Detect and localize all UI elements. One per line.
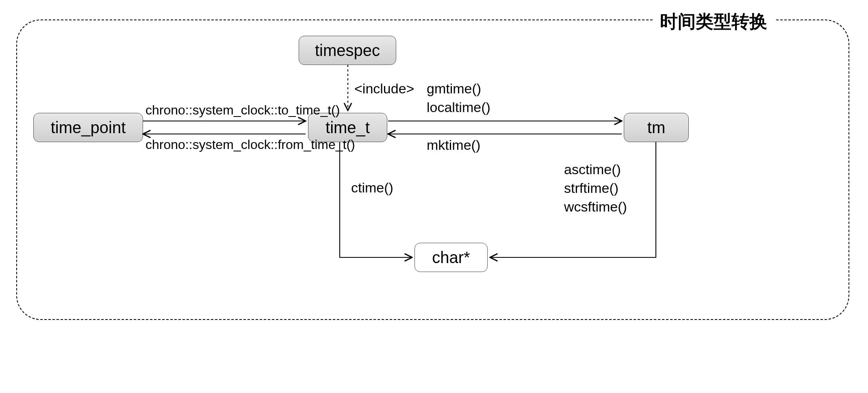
label-ctime: ctime() — [351, 179, 393, 197]
node-time-point: time_point — [33, 113, 143, 142]
container-title: 时间类型转换 — [653, 8, 775, 35]
label-mktime: mktime() — [427, 136, 480, 155]
node-charptr: char* — [414, 243, 488, 272]
node-timespec: timespec — [299, 36, 396, 65]
label-asctime: asctime() — [564, 162, 621, 177]
diagram-canvas: 时间类型转换 timespec time_point time_t tm cha… — [0, 0, 868, 393]
label-strftime: strftime() — [564, 180, 618, 196]
node-tm-label: tm — [647, 119, 665, 137]
node-charptr-label: char* — [432, 248, 470, 267]
label-localtime: localtime() — [427, 99, 490, 115]
label-to-time-t: chrono::system_clock::to_time_t() — [145, 101, 340, 119]
label-include: <include> — [354, 80, 414, 98]
container-box — [16, 19, 849, 320]
node-time-t-label: time_t — [326, 119, 370, 137]
label-gmtime: gmtime() — [427, 81, 481, 96]
node-timespec-label: timespec — [315, 41, 380, 60]
node-time-point-label: time_point — [51, 119, 126, 137]
label-from-time-t: chrono::system_clock::from_time_t() — [145, 136, 355, 153]
node-tm: tm — [624, 113, 689, 142]
label-gmtime-localtime: gmtime() localtime() — [427, 80, 490, 117]
label-wcsftime: wcsftime() — [564, 199, 627, 214]
label-asctime-group: asctime() strftime() wcsftime() — [564, 160, 627, 216]
